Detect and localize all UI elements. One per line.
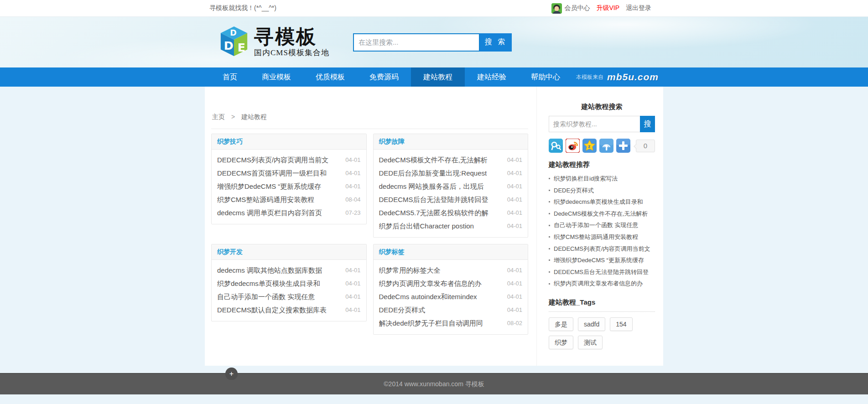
article-link[interactable]: 解决dede织梦无子栏目自动调用同 [379,316,483,330]
expand-plus-button[interactable]: + [225,368,238,380]
article-date: 04-01 [507,264,522,277]
article-link[interactable]: 织梦常用的标签大全 [379,264,441,277]
article-link[interactable]: DEDE后台添加新变量出现:Request [379,166,487,180]
article-link[interactable]: dedecms 网站换服务器后，出现后 [379,180,484,193]
upgrade-vip-link[interactable]: 升级VIP [596,4,619,12]
article-link[interactable]: DEDE分页样式 [379,303,426,316]
sidebar-search-input[interactable] [549,116,640,132]
article-date: 04-01 [345,166,360,180]
category-box-development: 织梦开发 dedecms 调取其他站点数据库数据 04-01 织梦dedecms… [211,244,367,321]
tag-link[interactable]: 154 [610,317,632,331]
tag-link[interactable]: 织梦 [549,336,573,349]
box-title-link[interactable]: 织梦故障 [379,138,405,145]
article-date: 07-23 [345,206,360,219]
site-logo[interactable]: D E D 寻模板 国内CMS模板集合地 [205,25,329,60]
baidu-share-icon[interactable] [549,139,563,153]
article-row: DEDECMS首页循环调用一级栏目和 04-01 [217,166,361,180]
article-row: 织梦常用的标签大全 04-01 [379,264,523,277]
category-box-faults: 织梦故障 DedeCMS模板文件不存在,无法解析 04-01 DEDE后台添加新… [373,134,529,238]
tag-cloud: 多是 sadfd 154 织梦 测试 [549,317,655,349]
article-link[interactable]: dedecms 调取其他站点数据库数据 [217,264,322,277]
article-row: DedeCMS5.7无法匿名投稿软件的解 04-01 [379,206,523,219]
bullet-icon [549,283,550,285]
recommend-link[interactable]: 织梦内页调用文章发布者信息的办 [554,278,643,290]
tencent-weibo-icon[interactable] [599,139,613,153]
main-nav: 首页 商业模板 优质模板 免费源码 建站教程 建站经验 帮助中心 本模板来自 m… [0,67,868,87]
category-box-tags: 织梦标签 织梦常用的标签大全 04-01 织梦内页调用文章发布者信息的办 04-… [373,244,529,335]
recommend-link[interactable]: DEDECMS后台无法登陆并跳转回登 [554,266,649,278]
recommend-item: 增强织梦DedeCMS “更新系统缓存 [549,254,655,266]
recommend-link[interactable]: DEDE分页样式 [554,185,594,197]
bullet-icon [549,259,550,261]
tag-link[interactable]: sadfd [578,317,605,331]
recommend-link[interactable]: 织梦切换栏目id搜索写法 [554,173,618,185]
article-link[interactable]: 织梦内页调用文章发布者信息的办 [379,277,482,290]
article-date: 04-01 [507,153,522,166]
more-share-icon[interactable] [616,139,630,153]
recommend-link[interactable]: 织梦dedecms单页模块生成目录和 [554,196,643,208]
user-avatar[interactable] [551,3,562,14]
article-link[interactable]: DedeCms autoindex和itemindex [379,290,477,303]
qzone-icon[interactable]: z [582,139,597,153]
article-date: 04-01 [345,303,360,316]
article-row: 增强织梦DedeCMS “更新系统缓存 04-01 [217,180,361,193]
sina-weibo-icon[interactable] [566,139,580,153]
nav-item-site-experience[interactable]: 建站经验 [465,67,519,87]
tag-link[interactable]: 测试 [578,336,603,349]
breadcrumb-home-link[interactable]: 主页 [212,113,225,120]
article-link[interactable]: DedeCMS模板文件不存在,无法解析 [379,153,488,166]
nav-item-free-source[interactable]: 免费源码 [357,67,411,87]
article-row: dedecms 调取其他站点数据库数据 04-01 [217,264,361,277]
breadcrumb: 主页 > 建站教程 [211,112,528,129]
bullet-icon [549,271,550,273]
sidebar-search-title: 建站教程搜索 [549,102,655,111]
box-title-link[interactable]: 织梦技巧 [217,138,243,145]
article-link[interactable]: dedecms 调用单页栏目内容到首页 [217,206,322,219]
article-date: 04-01 [507,180,522,193]
nav-item-site-tutorials[interactable]: 建站教程 [411,67,465,87]
recommend-item: DEDECMS列表页/内容页调用当前文 [549,243,655,255]
credit-brand-link[interactable]: mb5u.com [607,72,659,83]
recommend-link[interactable]: 织梦CMS整站源码通用安装教程 [554,231,638,243]
credit-prefix: 本模板来自 [576,73,603,81]
article-link[interactable]: DEDECMS首页循环调用一级栏目和 [217,166,327,180]
header-search-input[interactable] [353,33,480,52]
article-link[interactable]: 增强织梦DedeCMS “更新系统缓存 [217,180,321,193]
article-link[interactable]: DEDECMS默认自定义搜索数据库表 [217,303,327,316]
box-title-link[interactable]: 织梦开发 [217,248,243,255]
header-search-button[interactable]: 搜 索 [480,33,512,52]
article-row: 织梦后台出错Character postion 04-01 [379,219,523,233]
article-link[interactable]: DEDECMS后台无法登陆并跳转回登 [379,193,489,206]
recommend-link[interactable]: 增强织梦DedeCMS “更新系统缓存 [554,254,644,266]
nav-item-help-center[interactable]: 帮助中心 [519,67,572,87]
recommend-item: 织梦dedecms单页模块生成目录和 [549,196,655,208]
article-link[interactable]: DEDECMS列表页/内容页调用当前文 [217,153,328,166]
bullet-icon [549,178,550,179]
article-link[interactable]: 织梦CMS整站源码通用安装教程 [217,193,314,206]
nav-item-quality-templates[interactable]: 优质模板 [303,67,357,87]
logo-title: 寻模板 [254,26,329,47]
logout-link[interactable]: 退出登录 [626,4,651,12]
article-link[interactable]: 织梦dedecms单页模块生成目录和 [217,277,320,290]
tag-link[interactable]: 多是 [549,317,573,331]
member-center-link[interactable]: 会员中心 [564,4,590,12]
nav-item-business-templates[interactable]: 商业模板 [249,67,303,87]
site-header: D E D 寻模板 国内CMS模板集合地 搜 索 [0,17,868,67]
article-date: 04-01 [507,166,522,180]
recommend-link[interactable]: DEDECMS列表页/内容页调用当前文 [554,243,650,255]
article-link[interactable]: 自己动手添加一个函数 实现任意 [217,290,315,303]
box-title-link[interactable]: 织梦标签 [379,248,405,255]
share-count-badge[interactable]: 0 [636,140,655,152]
article-link[interactable]: 织梦后台出错Character postion [379,219,474,233]
article-date: 04-01 [507,277,522,290]
article-date: 04-01 [507,303,522,316]
recommend-link[interactable]: 自己动手添加一个函数 实现任意 [554,219,639,231]
article-link[interactable]: DedeCMS5.7无法匿名投稿软件的解 [379,206,489,219]
article-date: 04-01 [345,180,360,193]
article-row: dedecms 调用单页栏目内容到首页 07-23 [217,206,361,219]
article-row: 织梦CMS整站源码通用安装教程 08-04 [217,193,361,206]
nav-item-home[interactable]: 首页 [210,67,249,87]
recommend-link[interactable]: DedeCMS模板文件不存在,无法解析 [554,208,648,220]
header-search: 搜 索 [353,33,512,52]
sidebar-search-button[interactable]: 搜 [640,116,655,132]
